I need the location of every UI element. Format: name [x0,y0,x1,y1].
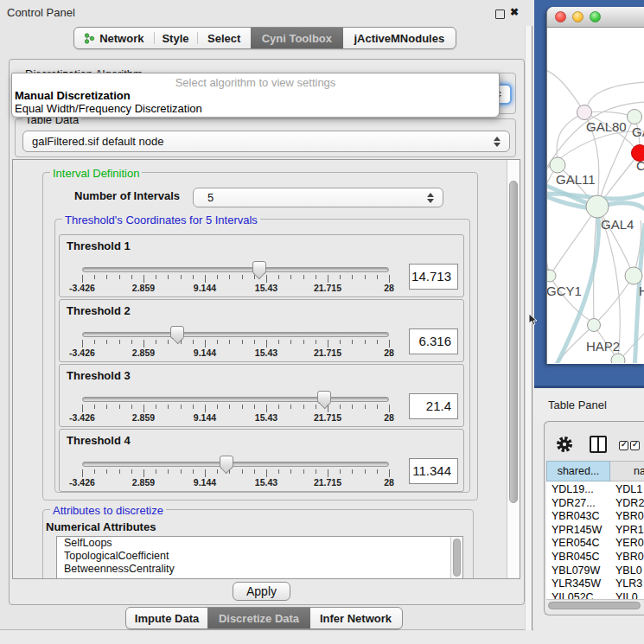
top-tab-style[interactable]: Style [154,28,198,48]
network-canvas[interactable]: GAL80GACGAL11GAL4HGCY1HAP2 [547,28,644,363]
table-cell-shared-name[interactable]: YER054C [552,537,600,549]
float-window-icon[interactable] [495,10,505,19]
number-of-intervals-combo[interactable]: 5 [193,188,443,207]
bottom-tab-infer-network[interactable]: Infer Network [310,608,401,628]
dropdown-placeholder-item[interactable]: Select algorithm to view settings [12,76,499,89]
table-data-combo[interactable]: galFiltered.sif default node [22,131,510,152]
table-cell-name[interactable]: YBR0 [615,551,644,563]
slider-tick [254,340,255,344]
table-cell-name[interactable]: YBR0 [615,510,644,522]
gear-icon[interactable] [556,436,573,453]
network-window-titlebar[interactable] [547,7,644,28]
slider-tick [156,275,156,279]
close-icon[interactable]: ✖ [510,6,519,18]
table-header-name[interactable]: na [610,461,644,481]
attribute-list-item[interactable]: SelfLoops [57,537,462,550]
table-cell-shared-name[interactable]: YDL19... [552,483,594,495]
slider-tick [340,275,341,279]
top-tab-cyni-toolbox[interactable]: Cyni Toolbox [251,28,343,48]
slider-tick-label: 21.715 [314,348,341,358]
settings-scrollbar-thumb[interactable] [509,181,518,503]
network-node[interactable] [547,270,556,282]
slider-tick [82,275,83,283]
table-row[interactable]: YDR27...YDR2 [546,497,644,511]
attributes-list-scrollbar[interactable] [450,537,462,578]
table-cell-name[interactable]: YBL0 [615,564,642,577]
threshold-slider-track[interactable] [82,332,389,337]
threshold-slider-thumb[interactable] [220,456,233,469]
threshold-slider-thumb[interactable] [170,326,184,339]
table-cell-shared-name[interactable]: YDR27... [552,497,596,509]
panel-splitter[interactable] [525,26,532,630]
attributes-list-scrollbar-thumb[interactable] [453,539,461,577]
table-cell-shared-name[interactable]: YBR045C [552,551,600,563]
split-columns-icon[interactable] [590,436,607,453]
threshold-slider-track[interactable] [82,462,389,467]
bottom-tab-discretize-data[interactable]: Discretize Data [207,608,310,628]
threshold-slider-thumb[interactable] [317,391,331,404]
network-node[interactable] [628,110,642,124]
top-tab-network[interactable]: Network [74,28,154,48]
table-cell-shared-name[interactable]: YLR345W [552,577,601,590]
threshold-slider-track[interactable] [82,397,389,402]
table-cell-shared-name[interactable]: YBR043C [552,510,600,522]
slider-tick [205,405,206,412]
network-node[interactable] [625,267,642,284]
table-horizontal-scrollbar-thumb[interactable] [548,602,641,609]
top-tab-jactivemnodules[interactable]: jActiveMNodules [343,28,456,48]
minimize-traffic-light-icon[interactable] [572,11,583,22]
table-cell-name[interactable]: YPR1 [615,524,644,536]
table-cell-name[interactable]: YDR2 [615,497,644,509]
network-edge[interactable] [547,220,550,276]
attribute-list-item[interactable]: BetweennessCentrality [57,563,462,576]
threshold-value-field[interactable]: 6.316 [409,328,458,354]
threshold-value-field[interactable]: 14.713 [409,264,458,290]
network-node-label: H [639,284,644,298]
close-traffic-light-icon[interactable] [555,11,566,22]
table-row[interactable]: YPR145WYPR1 [546,524,644,538]
checkbox-checked-icon[interactable] [630,441,640,450]
table-row[interactable]: YBL079WYBL0 [546,564,644,578]
network-node[interactable] [577,105,592,120]
top-tab-select[interactable]: Select [197,28,251,48]
network-edge[interactable] [547,67,584,112]
apply-button[interactable]: Apply [233,582,290,601]
threshold-slider-track[interactable] [82,267,389,272]
slider-tick [316,275,316,279]
network-node[interactable] [611,354,625,363]
threshold-value-field[interactable]: 21.4 [409,393,458,419]
table-row[interactable]: YBR043CYBR0 [546,510,644,524]
dropdown-item-manual-discretization[interactable]: Manual Discretization [15,89,131,102]
network-edge[interactable] [557,112,584,164]
table-header-shared-name[interactable]: shared... [546,461,610,481]
table-cell-shared-name[interactable]: YBL079W [552,564,600,577]
table-row[interactable]: YDL19...YDL1 [546,483,644,497]
bottom-tab-impute-data[interactable]: Impute Data [126,608,207,628]
dropdown-item-equal-width[interactable]: Equal Width/Frequency Discretization [15,102,202,115]
network-edge[interactable] [552,207,597,272]
network-edge[interactable] [587,82,644,108]
network-node[interactable] [550,157,565,173]
table-horizontal-scrollbar[interactable] [546,599,644,611]
slider-tick-label: 28 [384,477,394,488]
slider-tick [131,275,132,279]
settings-scrollbar[interactable] [507,160,520,578]
table-cell-name[interactable]: YLR3 [615,577,642,590]
threshold-value-field[interactable]: 11.344 [409,458,458,484]
network-node[interactable] [588,319,601,332]
network-node[interactable] [586,195,609,218]
slider-tick [193,275,194,279]
zoom-traffic-light-icon[interactable] [590,11,601,22]
threshold-slider-thumb[interactable] [252,261,266,274]
table-cell-name[interactable]: YDL1 [615,483,642,495]
table-row[interactable]: YBR045CYBR0 [546,551,644,564]
attribute-list-item[interactable]: TopologicalCoefficient [57,550,462,563]
table-row[interactable]: YLR345WYLR3 [546,577,644,591]
slider-tick [131,340,132,344]
slider-tick [352,469,353,474]
checkbox-checked-icon[interactable] [619,441,628,450]
table-row[interactable]: YER054CYER0 [546,537,644,551]
table-cell-name[interactable]: YER0 [615,537,644,549]
table-cell-shared-name[interactable]: YPR145W [552,524,602,536]
network-node-label: C [636,158,644,173]
